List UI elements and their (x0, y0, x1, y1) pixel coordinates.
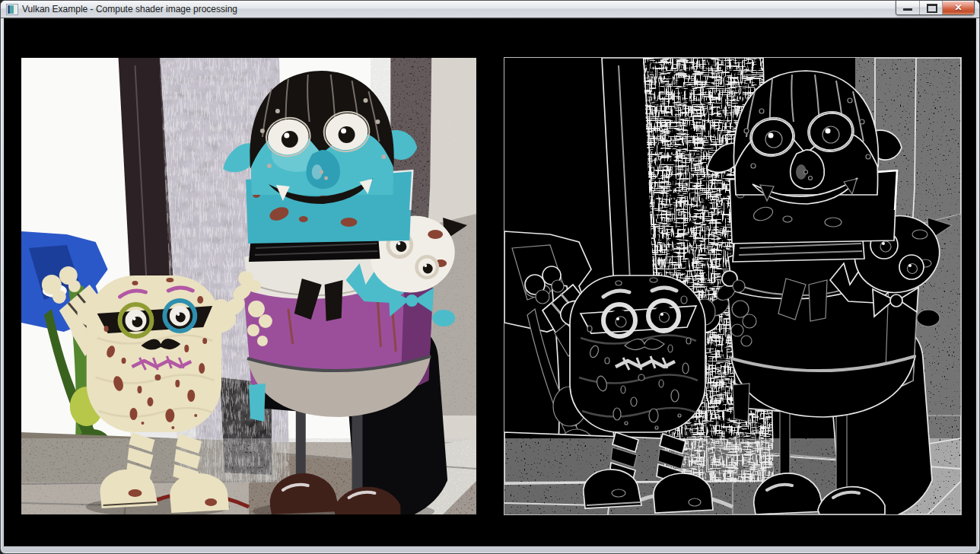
edge-detected-image (504, 57, 962, 515)
minimize-button[interactable] (896, 1, 919, 14)
source-image (21, 58, 476, 514)
title-bar[interactable]: Vulkan Example - Compute shader image pr… (1, 1, 979, 18)
close-icon: ✕ (954, 2, 962, 13)
app-icon (6, 4, 18, 15)
window-controls: ✕ (896, 1, 975, 15)
client-area (4, 18, 976, 546)
maximize-button[interactable] (919, 1, 942, 14)
maximize-icon (927, 4, 937, 13)
minimize-icon (903, 8, 912, 11)
window-title: Vulkan Example - Compute shader image pr… (22, 1, 237, 18)
close-button[interactable]: ✕ (942, 1, 974, 14)
app-window: Vulkan Example - Compute shader image pr… (0, 0, 980, 554)
